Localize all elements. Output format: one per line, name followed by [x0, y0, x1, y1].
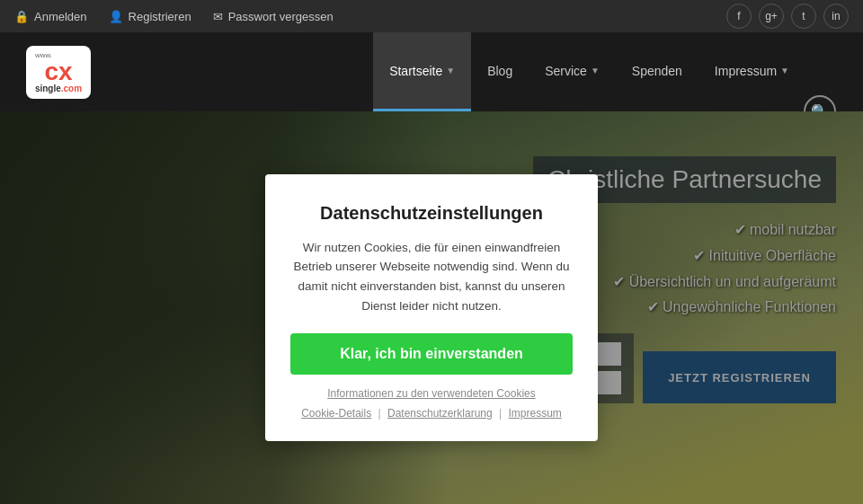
lock-icon: 🔒 — [14, 10, 29, 23]
twitter-icon[interactable]: t — [791, 4, 816, 29]
passwort-link[interactable]: ✉ Passwort vergessen — [213, 10, 334, 23]
impressum-arrow-icon: ▼ — [780, 66, 789, 75]
datenschutz-link[interactable]: Datenschutzerklarung — [387, 407, 493, 420]
top-bar: 🔒 Anmelden 👤 Registrieren ✉ Passwort ver… — [0, 0, 863, 32]
nav-items: Startseite ▼ Blog Service ▼ Spenden Impr… — [373, 32, 805, 111]
modal-overlay: Datenschutzeinstellungen Wir nutzen Cook… — [0, 111, 863, 504]
social-links: f g+ t in — [726, 4, 849, 29]
linkedin-icon[interactable]: in — [823, 4, 849, 29]
modal-footer-links: Cookie-Details | Datenschutzerklarung | … — [290, 407, 573, 420]
separator-2: | — [499, 407, 504, 420]
service-arrow-icon: ▼ — [591, 66, 600, 75]
logo-cx: cx — [44, 59, 72, 84]
separator-1: | — [378, 407, 384, 420]
modal-title: Datenschutzeinstellungen — [290, 203, 573, 224]
googleplus-icon[interactable]: g+ — [759, 4, 784, 29]
nav-startseite[interactable]: Startseite ▼ — [373, 32, 471, 111]
cookie-info-link[interactable]: Informationen zu den verwendeten Cookies — [290, 387, 573, 400]
nav-bar: www. cx single.com Startseite ▼ Blog Ser… — [0, 32, 863, 111]
cookie-modal: Datenschutzeinstellungen Wir nutzen Cook… — [265, 174, 598, 441]
hero-section: Christliche Partnersuche ✔ mobil nutzbar… — [0, 111, 863, 504]
logo-single: single.com — [35, 84, 82, 93]
logo[interactable]: www. cx single.com — [18, 40, 99, 103]
facebook-icon[interactable]: f — [726, 4, 752, 29]
nav-impressum[interactable]: Impressum ▼ — [698, 32, 805, 111]
mail-icon: ✉ — [213, 10, 223, 23]
accept-button[interactable]: Klar, ich bin einverstanden — [290, 333, 573, 375]
modal-body: Wir nutzen Cookies, die für einen einwan… — [290, 238, 573, 315]
anmelden-link[interactable]: 🔒 Anmelden — [14, 10, 87, 23]
startseite-arrow-icon: ▼ — [446, 66, 455, 75]
user-icon: 👤 — [109, 10, 123, 23]
top-bar-links: 🔒 Anmelden 👤 Registrieren ✉ Passwort ver… — [14, 10, 334, 23]
cookie-details-link[interactable]: Cookie-Details — [301, 407, 371, 420]
nav-blog[interactable]: Blog — [471, 32, 529, 111]
impressum-link[interactable]: Impressum — [509, 407, 562, 420]
nav-spenden[interactable]: Spenden — [616, 32, 698, 111]
registrieren-link[interactable]: 👤 Registrieren — [109, 10, 191, 23]
nav-service[interactable]: Service ▼ — [529, 32, 616, 111]
